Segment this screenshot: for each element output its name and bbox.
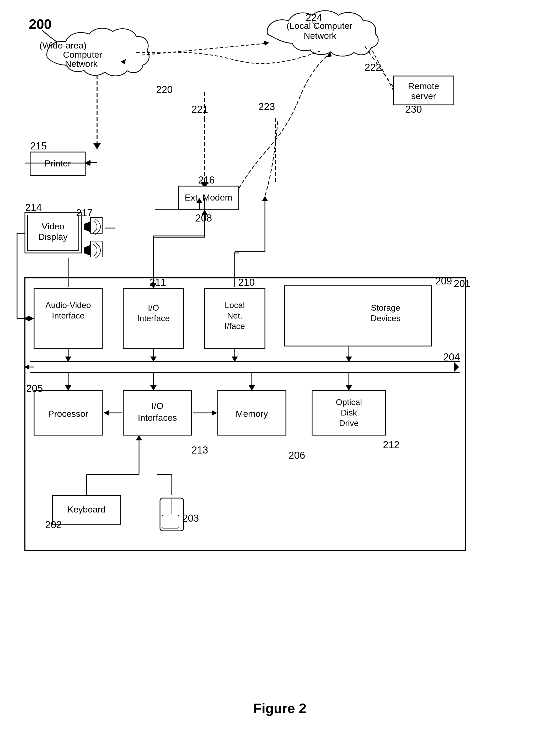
num-224: 224 (306, 12, 322, 23)
remote-server-label2: server (411, 91, 436, 101)
mouse-scroll (162, 515, 179, 528)
video-display-label1: Video (42, 221, 64, 231)
num-221: 221 (191, 104, 208, 115)
num-209: 209 (435, 276, 452, 287)
num-213: 213 (191, 444, 208, 455)
video-display-label2: Display (38, 232, 67, 242)
num-230: 230 (405, 104, 422, 115)
num-205: 205 (26, 383, 43, 394)
num-210: 210 (238, 277, 255, 288)
num-206: 206 (289, 450, 305, 461)
io-interface-upper-label2: Interface (137, 314, 170, 323)
optical-label2: Disk (341, 408, 357, 417)
ext-modem-label: Ext. Modem (185, 193, 232, 202)
num-214: 214 (25, 202, 42, 213)
optical-label3: Drive (339, 418, 359, 428)
storage-label2: Devices (371, 314, 401, 323)
num-217: 217 (76, 207, 93, 218)
figure-label: Figure 2 (253, 701, 306, 716)
processor-label: Processor (48, 409, 88, 418)
num-204: 204 (443, 352, 460, 363)
num-222: 222 (365, 62, 381, 73)
lan-label-line2: Network (304, 31, 337, 41)
wan-label-line1: (Wide-area) (39, 40, 86, 50)
av-label1: Audio-Video (45, 301, 91, 310)
io-interfaces-label1: I/O (151, 401, 163, 411)
io-interfaces-label2: Interfaces (138, 412, 177, 422)
optical-label1: Optical (336, 397, 362, 407)
num-202: 202 (45, 519, 62, 530)
num-223: 223 (258, 101, 275, 112)
wan-label-line2: Computer (63, 50, 102, 60)
memory-label: Memory (236, 409, 268, 418)
local-net-label3: I/face (225, 322, 245, 331)
diagram-container: 200 (Wide-area) Computer Network (Local … (0, 0, 560, 734)
io-interface-upper-label1: I/O (148, 303, 159, 313)
num-216: 216 (198, 175, 215, 186)
num-215: 215 (30, 141, 47, 152)
remote-server-label1: Remote (408, 81, 439, 91)
local-net-label1: Local (225, 301, 245, 310)
num-203: 203 (182, 513, 199, 524)
diagram-number: 200 (29, 17, 52, 32)
keyboard-label: Keyboard (67, 504, 106, 514)
storage-label1: Storage (371, 303, 400, 313)
num-211: 211 (150, 277, 166, 288)
num-212: 212 (383, 439, 399, 450)
local-net-label2: Net. (227, 311, 243, 320)
av-label2: Interface (52, 311, 85, 320)
num-220: 220 (156, 84, 173, 95)
wan-label-line3: Network (65, 59, 98, 69)
num-201: 201 (454, 278, 470, 289)
storage-devices-box (285, 286, 431, 346)
